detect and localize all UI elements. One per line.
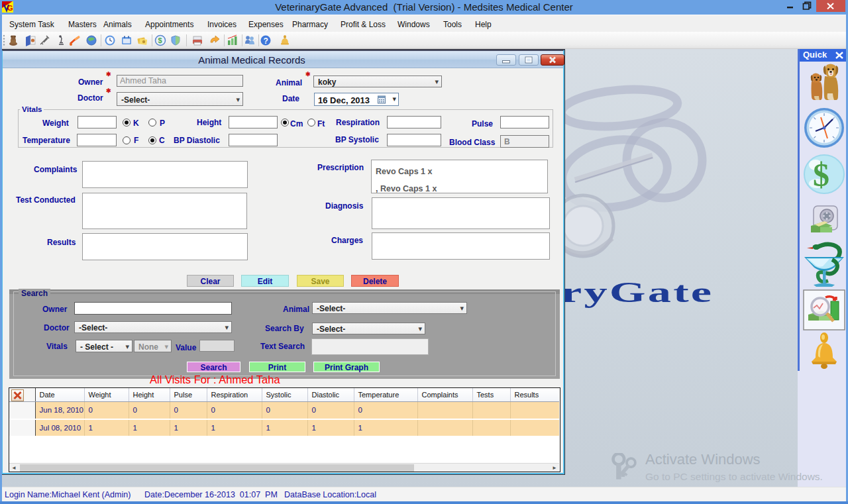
svg-text:?: ? (264, 36, 268, 46)
svg-text:$: $ (813, 156, 829, 193)
svg-text:$: $ (158, 36, 162, 44)
